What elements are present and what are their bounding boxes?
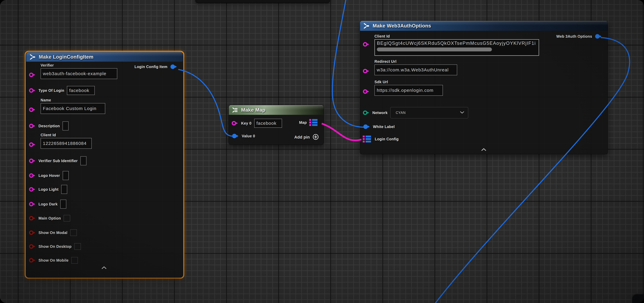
checkbox[interactable] [74,243,81,250]
map-output-pin[interactable] [309,119,318,126]
pin-label: Verifier Sub Identifier [38,159,78,163]
checkbox[interactable] [71,257,78,264]
pin-row: Verifier Sub Identifier [29,156,86,165]
pin-row: Redirect Urlw3a://com.w3a.Web3AuthUnreal [363,59,457,75]
pin-label: Show On Modal [38,230,68,235]
pin-label: Main Option [38,216,61,220]
text-input[interactable]: 1222658941886084 [40,138,92,149]
network-dropdown[interactable]: CYAN [390,107,468,118]
text-input[interactable]: https://sdk.openlogin.com [374,85,443,96]
string-pin[interactable] [363,68,370,74]
pin-label: Logo Light [38,187,58,192]
wire-map-to-loginconfig [322,124,362,140]
string-pin[interactable] [363,88,370,94]
pin-label: Client Id [374,34,390,38]
string-pin[interactable] [29,123,36,129]
output-pin-label: Login Config Item [134,65,168,69]
text-input[interactable]: Facebook Custom Login [40,103,105,114]
pin-label: Sdk Url [374,80,388,84]
labeled-input: Redirect Urlw3a://com.w3a.Web3AuthUnreal [374,59,457,75]
pin-row: Key 0facebook [232,119,282,128]
string-pin[interactable] [232,120,238,126]
object-pin[interactable] [363,124,370,130]
node-header[interactable]: Make LoginConfigItem [26,52,183,62]
pin-row: Login Config [363,134,399,144]
add-pin-button[interactable]: Add pin [294,134,319,141]
labeled-input: Sdk Urlhttps://sdk.openlogin.com [374,80,443,96]
text-input[interactable]: w3a://com.w3a.Web3AuthUnreal [374,64,457,75]
pin-row: Show On Desktop [29,242,81,251]
make-struct-icon [29,54,36,60]
output-row: Login Config Item [134,64,178,70]
output-pin[interactable] [170,64,178,70]
string-pin[interactable] [29,201,36,207]
checkbox[interactable] [70,229,77,236]
text-input[interactable]: facebook [254,119,282,128]
bool-pin[interactable] [29,244,36,250]
pin-label: White Label [373,124,395,129]
pin-row: Type Of Loginfacebook [29,86,95,95]
pin-row: Value 0 [232,132,255,140]
collapse-chevron-icon[interactable] [101,266,107,269]
string-pin[interactable] [29,88,36,94]
bool-pin[interactable] [29,215,36,221]
output-pin[interactable] [594,33,602,40]
string-pin[interactable] [29,142,36,148]
labeled-input: Client Id1222658941886084 [40,133,92,149]
checkbox[interactable] [64,215,70,222]
pin-row: Logo Light [29,185,67,194]
pin-label: Network [372,110,388,115]
text-input[interactable]: facebook [67,86,95,95]
string-pin[interactable] [29,158,36,164]
text-input[interactable] [61,185,67,194]
node-make-web3authoptions[interactable]: Make Web3AuthOptions Web 3Auth Options C… [360,21,608,154]
wire-to-white-label [332,0,364,127]
node-make-map[interactable]: Make Map Map Key 0facebookValue 0 Add pi… [229,105,324,144]
node-make-loginconfigitem[interactable]: Make LoginConfigItem Login Config Item V… [26,52,183,277]
pin-label: Login Config [375,137,399,141]
text-input[interactable] [63,171,69,180]
dropdown-value: CYAN [396,111,406,115]
pin-label: Description [38,124,60,128]
output-pin-label: Map [299,120,307,125]
text-input-value: BEglQSgt4cUWcj6SKRdu5QkOXTsePmMcusG5EAoy… [377,40,537,46]
node-title: Make Map [241,107,266,113]
pin-row: NetworkCYAN [363,107,468,118]
bool-pin[interactable] [29,257,36,263]
enum-pin[interactable] [363,110,370,116]
node-title: Make Web3AuthOptions [373,23,431,29]
map-pin[interactable] [363,135,372,143]
selection-outline: Make LoginConfigItem Login Config Item V… [25,51,184,279]
node-header[interactable]: Make Map [229,105,324,115]
make-map-icon [232,107,238,113]
pin-row: NameFacebook Custom Login [29,98,105,114]
node-header[interactable]: Make Web3AuthOptions [360,21,608,31]
offscreen-node-corner[interactable] [632,294,644,303]
labeled-input: Client IdBEglQSgt4cUWcj6SKRdu5QkOXTsePmM… [374,34,539,56]
string-pin[interactable] [29,72,36,78]
text-input[interactable] [62,122,68,130]
pin-row: White Label [363,122,395,131]
text-input[interactable]: web3auth-facebook-example [40,68,117,79]
pin-label: Logo Hover [38,174,60,178]
text-input[interactable]: BEglQSgt4cUWcj6SKRdu5QkOXTsePmMcusG5EAoy… [374,39,539,56]
pin-row: Verifierweb3auth-facebook-example [29,63,117,79]
collapse-chevron-icon[interactable] [481,148,486,151]
pin-label: Value 0 [242,134,255,138]
pin-label: Show On Desktop [38,244,72,249]
string-pin[interactable] [29,172,36,178]
bool-pin[interactable] [29,230,36,236]
pin-label: Type Of Login [38,88,64,93]
pin-label: Name [40,98,51,102]
offscreen-node-top[interactable] [196,0,330,3]
text-input[interactable] [80,156,86,165]
string-pin[interactable] [363,41,370,47]
string-pin[interactable] [29,107,36,113]
textbox-scrollbar[interactable] [377,48,492,52]
object-pin[interactable] [232,133,239,139]
string-pin[interactable] [29,186,36,192]
plus-circle-icon [312,134,319,141]
blueprint-editor: Make LoginConfigItem Login Config Item V… [0,0,644,303]
graph-canvas[interactable]: Make LoginConfigItem Login Config Item V… [0,0,644,303]
text-input[interactable] [60,200,66,208]
